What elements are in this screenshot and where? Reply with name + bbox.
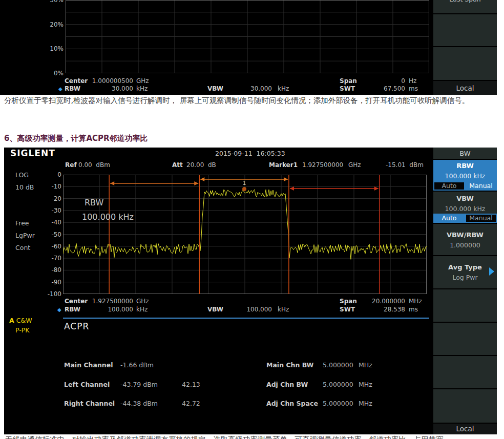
swt-value: 67.500 <box>358 85 405 92</box>
span-label: Span <box>340 298 357 305</box>
marker-frequency-unit: GHz <box>348 161 361 169</box>
rbw-value: 30.000 <box>88 85 133 92</box>
svg-text:1: 1 <box>243 180 246 186</box>
swt-unit: ms <box>409 306 418 313</box>
spectrum-graticule: 1 <box>63 175 427 294</box>
center-freq-label: Center <box>65 298 88 305</box>
status-scale-div: 10 dB <box>15 183 34 191</box>
description-paragraph: 分析仪置于零扫宽时,检波器对输入信号进行解调时， 屏幕上可观察调制信号随时间变化… <box>4 95 500 106</box>
acpr-bw-value: 5.000000 <box>323 400 353 407</box>
rbw-auto-option[interactable]: Auto <box>433 181 465 191</box>
softkey-empty[interactable] <box>433 289 497 323</box>
amplitude-tick-label: -70 <box>37 255 61 262</box>
document-page: 30%20%10%0% Center 1.000000500 GHz Span … <box>0 0 504 439</box>
acpr-channel-power: -43.79 dBm <box>120 381 158 388</box>
rbw-auto-manual-toggle[interactable]: Auto Manual <box>433 181 497 192</box>
vbw-unit: kHz <box>278 85 289 92</box>
span-unit: Hz <box>409 77 416 85</box>
span-label: Span <box>340 77 357 85</box>
softkey-empty[interactable] <box>433 47 497 80</box>
attenuation-value: 20.00 dB <box>186 161 216 169</box>
submenu-arrow-icon <box>489 267 494 276</box>
softkey-last-span[interactable]: Last Span <box>433 0 497 14</box>
softkey-vbw-rbw-ratio[interactable]: VBW/RBW 1.000000 <box>433 224 497 256</box>
rbw-marker-icon: ◆ <box>57 307 61 312</box>
center-freq-unit: GHz <box>136 77 149 85</box>
percent-tick-label: 30% <box>39 0 64 4</box>
amplitude-tick-label: -100 <box>37 290 61 298</box>
amplitude-tick-label: -50 <box>37 231 61 238</box>
bw-menu-column: BW RBW 100.000 kHz Auto Manual VBW 100.0… <box>433 148 497 434</box>
section-heading: 6、高级功率测量，计算ACPR邻道功率比 <box>4 134 148 143</box>
swt-unit: ms <box>409 85 418 92</box>
acpr-channel-power: -44.38 dBm <box>120 400 158 407</box>
rbw-label: RBW <box>65 85 80 92</box>
rbw-overlay-label: RBW <box>85 198 103 207</box>
zero-span-screenshot: 30%20%10%0% Center 1.000000500 GHz Span … <box>0 0 497 95</box>
span-unit: MHz <box>409 298 422 305</box>
softkey-empty[interactable] <box>433 389 497 423</box>
rbw-overlay-value: 100.000 kHz <box>82 212 134 222</box>
softkey-rbw[interactable]: RBW 100.000 kHz <box>433 160 497 181</box>
amplitude-tick-label: -90 <box>37 279 61 286</box>
ref-level-value: 0.00 dBm <box>78 161 110 169</box>
attenuation-label: Att <box>172 161 183 169</box>
ref-level-label: Ref <box>65 161 77 169</box>
center-freq-label: Center <box>65 77 88 85</box>
rbw-marker-icon: ◆ <box>58 86 62 92</box>
amplitude-tick-label: -80 <box>37 266 61 274</box>
trace-a-indicator: A C&W <box>9 317 32 324</box>
acpr-channel-ratio: 42.72 <box>182 400 200 407</box>
span-value: 20.000000 <box>358 298 405 305</box>
rbw-value: 100.000 <box>88 306 133 313</box>
acpr-bw-unit: MHz <box>359 400 372 407</box>
timestamp: 2015-09-11 16:05:33 <box>215 150 285 157</box>
vbw-auto-manual-toggle[interactable]: Auto Manual <box>433 214 497 224</box>
softkey-empty[interactable] <box>433 14 497 47</box>
acpr-title: ACPR <box>64 321 89 331</box>
local-button[interactable]: Local <box>433 80 497 95</box>
acpr-bw-value: 5.000000 <box>323 381 353 388</box>
amplitude-tick-label: -30 <box>37 207 61 214</box>
rbw-unit: kHz <box>136 306 148 313</box>
rbw-label: RBW <box>65 306 80 313</box>
softkey-empty[interactable] <box>433 356 497 389</box>
softkey-avg-type[interactable]: Avg Type Log Pwr <box>433 256 497 289</box>
vbw-label: VBW <box>207 85 223 92</box>
swt-value: 28.538 <box>358 306 405 313</box>
clipped-bottom-text: 无线电通信标准中，对输出功率及邻道功率泄漏有严格的规定，选取高级功率测量菜单，可… <box>5 435 500 439</box>
vbw-value: 100.000 <box>231 306 272 313</box>
acpr-bw-unit: MHz <box>359 381 372 388</box>
status-sweep-cont: Cont <box>15 244 30 252</box>
amplitude-tick-label: -60 <box>37 243 61 250</box>
vbw-unit: kHz <box>278 306 289 313</box>
center-freq-value: 1.000000500 <box>88 77 133 85</box>
amplitude-tick-label: 0 <box>37 171 61 178</box>
marker-readout-label: Marker1 <box>269 161 298 169</box>
zero-span-graticule <box>66 0 429 73</box>
acpr-screenshot: SIGLENT 2015-09-11 16:05:33 Ref 0.00 dBm… <box>4 148 497 434</box>
siglent-logo: SIGLENT <box>10 148 55 158</box>
acpr-channel-power: -1.66 dBm <box>120 361 154 369</box>
softkey-empty[interactable] <box>433 323 497 356</box>
rbw-manual-option[interactable]: Manual <box>465 181 497 191</box>
acpr-channel-label: Left Channel <box>64 381 110 388</box>
vbw-label: VBW <box>207 306 223 313</box>
acpr-separator-line <box>63 318 429 319</box>
marker-frequency: 1.927500000 <box>302 161 343 169</box>
acpr-channel-label: Main Channel <box>64 361 113 369</box>
status-avg-lgpwr: LgPwr <box>15 232 35 239</box>
acpr-channel-ratio: 42.13 <box>182 381 200 388</box>
span-value: 0 <box>358 77 405 85</box>
softkey-vbw[interactable]: VBW 100.000 kHz <box>433 192 497 214</box>
swt-label: SWT <box>340 306 355 313</box>
vbw-manual-option[interactable]: Manual <box>465 214 497 223</box>
local-button[interactable]: Local <box>433 423 497 434</box>
vbw-value: 30.000 <box>231 85 272 92</box>
vbw-auto-option[interactable]: Auto <box>433 214 465 223</box>
swt-label: SWT <box>340 85 355 92</box>
center-freq-unit: GHz <box>136 298 149 305</box>
acpr-bw-label: Adj Chn Space <box>266 400 318 407</box>
menu-title-bw: BW <box>433 148 497 160</box>
percent-tick-label: 10% <box>39 45 64 52</box>
